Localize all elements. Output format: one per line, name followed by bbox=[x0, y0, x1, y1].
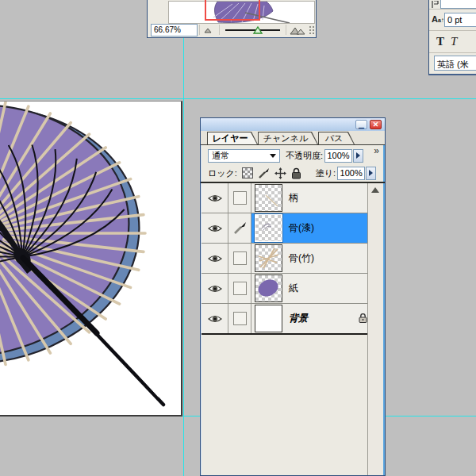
slider-thumb-icon[interactable] bbox=[252, 25, 263, 34]
divider bbox=[286, 25, 286, 35]
photoshop-workspace: 66.67% bbox=[0, 0, 476, 476]
layer-locked-indicator bbox=[359, 313, 367, 324]
guide-horizontal-top[interactable] bbox=[0, 98, 476, 99]
faux-bold-button[interactable]: T bbox=[436, 35, 444, 48]
divider bbox=[219, 25, 220, 35]
tab-layers[interactable]: レイヤー bbox=[207, 132, 258, 144]
layer-row-background[interactable]: 背景 bbox=[202, 304, 370, 334]
link-box bbox=[233, 312, 247, 325]
layer-thumbnail[interactable] bbox=[255, 214, 282, 242]
blend-mode-select[interactable]: 通常 bbox=[208, 149, 280, 163]
layer-list: 柄 bbox=[202, 183, 370, 334]
zoom-out-icon bbox=[204, 26, 215, 33]
layer-thumbnail[interactable] bbox=[255, 244, 282, 272]
lock-all-icon[interactable] bbox=[291, 167, 301, 179]
eye-icon bbox=[208, 254, 222, 263]
layer-row-ribs-bamboo[interactable]: 骨(竹) bbox=[202, 244, 370, 274]
layer-name[interactable]: 柄 bbox=[289, 191, 298, 205]
navigator-panel: 66.67% bbox=[147, 0, 317, 38]
character-panel: Aa↑ 0 pt T T 英語 (米 bbox=[428, 0, 476, 75]
layers-panel-titlebar[interactable]: ▁ ✕ bbox=[201, 118, 385, 132]
zoom-in-button[interactable] bbox=[288, 24, 307, 36]
opacity-spinner-button[interactable] bbox=[353, 149, 363, 163]
fill-label: 塗り: bbox=[316, 167, 336, 179]
panel-tabs: レイヤー チャンネル パス » bbox=[201, 131, 385, 144]
visibility-toggle[interactable] bbox=[202, 244, 228, 273]
document-canvas[interactable] bbox=[0, 101, 182, 416]
lock-position-move-icon[interactable] bbox=[274, 167, 286, 179]
tab-channels[interactable]: チャンネル bbox=[258, 132, 318, 144]
canvas-artwork-umbrella bbox=[0, 102, 182, 416]
layer-row-pattern[interactable]: 柄 bbox=[202, 183, 370, 213]
link-cell[interactable] bbox=[228, 183, 251, 213]
layer-name[interactable]: 骨(漆) bbox=[289, 221, 314, 235]
link-box bbox=[233, 251, 247, 265]
eye-icon bbox=[208, 314, 222, 324]
layer-thumbnail[interactable] bbox=[255, 305, 282, 332]
visibility-toggle[interactable] bbox=[202, 274, 228, 303]
layer-list-scrollbar[interactable] bbox=[367, 183, 382, 475]
eye-icon bbox=[208, 284, 222, 294]
guide-vertical[interactable] bbox=[183, 0, 184, 476]
layer-name[interactable]: 骨(竹) bbox=[289, 251, 314, 265]
scroll-up-icon[interactable] bbox=[371, 187, 379, 193]
faux-italic-button[interactable]: T bbox=[451, 35, 457, 48]
link-box bbox=[233, 191, 247, 205]
eye-icon bbox=[208, 224, 222, 233]
link-cell[interactable] bbox=[228, 304, 251, 333]
navigator-proxy-view-rect[interactable] bbox=[205, 0, 260, 21]
layer-row-paper[interactable]: 紙 bbox=[202, 274, 370, 304]
lock-paint-brush-icon[interactable] bbox=[258, 167, 270, 179]
visibility-toggle[interactable] bbox=[202, 183, 228, 213]
divider bbox=[199, 25, 200, 35]
layers-panel: ▁ ✕ レイヤー チャンネル パス » 通常 不透明度: 100% bbox=[200, 117, 386, 476]
lock-icon bbox=[359, 313, 367, 323]
fill-spinner-button[interactable] bbox=[366, 167, 376, 180]
zoom-in-icon bbox=[290, 25, 305, 35]
link-cell[interactable] bbox=[228, 244, 251, 273]
navigator-zoom-input[interactable]: 66.67% bbox=[151, 24, 198, 36]
baseline-shift-icon: Aa↑ bbox=[432, 14, 444, 24]
eye-icon bbox=[208, 194, 222, 203]
zoom-out-button[interactable] bbox=[202, 24, 217, 36]
opacity-field[interactable]: 100% bbox=[324, 149, 352, 163]
chevron-down-icon bbox=[270, 154, 276, 158]
close-button[interactable]: ✕ bbox=[370, 120, 382, 129]
navigator-zoom-slider[interactable] bbox=[224, 24, 281, 36]
fill-field[interactable]: 100% bbox=[337, 167, 365, 180]
tab-paths[interactable]: パス bbox=[318, 132, 355, 144]
paint-brush-icon bbox=[233, 221, 247, 235]
layer-name[interactable]: 背景 bbox=[289, 312, 308, 325]
link-box bbox=[233, 282, 247, 295]
minimize-button[interactable]: ▁ bbox=[355, 120, 367, 129]
panel-resize-grip[interactable] bbox=[309, 25, 316, 35]
chevron-right-icon bbox=[356, 152, 360, 159]
layer-row-ribs-lacquer[interactable]: 骨(漆) bbox=[202, 213, 370, 244]
lock-label: ロック: bbox=[208, 167, 237, 179]
layer-thumbnail[interactable] bbox=[255, 274, 282, 302]
chevron-right-icon bbox=[369, 170, 373, 176]
visibility-toggle[interactable] bbox=[202, 304, 228, 333]
leading-icon bbox=[431, 1, 439, 8]
layer-name[interactable]: 紙 bbox=[289, 282, 298, 295]
visibility-toggle[interactable] bbox=[202, 213, 228, 243]
lock-transparency-icon[interactable] bbox=[242, 167, 253, 178]
leading-field[interactable] bbox=[440, 0, 476, 9]
baseline-shift-field[interactable]: 0 pt bbox=[444, 13, 476, 27]
opacity-label: 不透明度: bbox=[286, 150, 323, 162]
link-cell[interactable] bbox=[228, 274, 251, 303]
language-select[interactable]: 英語 (米 bbox=[434, 56, 476, 71]
layer-thumbnail[interactable] bbox=[255, 184, 282, 212]
edit-state-cell[interactable] bbox=[228, 213, 251, 243]
navigator-statusbar: 66.67% bbox=[148, 23, 316, 36]
